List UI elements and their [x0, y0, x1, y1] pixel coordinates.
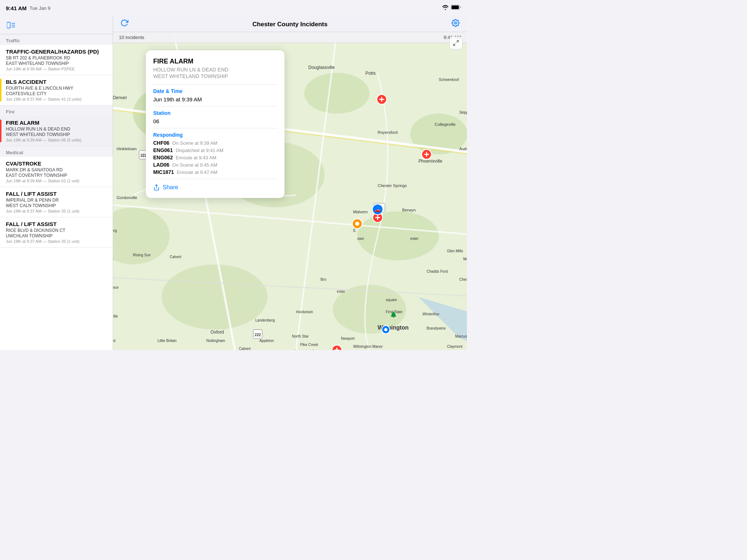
svg-text:222: 222 [255, 333, 261, 337]
share-label: Share [163, 184, 178, 191]
svg-text:Berwyn: Berwyn [402, 208, 415, 212]
incident-address: IMPERIAL DR & PENN DR [6, 198, 107, 203]
svg-point-101 [355, 222, 359, 226]
priority-bar-red [0, 120, 1, 142]
main-content: Chester County Incidents 9:41 AM 10 inci… [113, 0, 467, 350]
svg-text:Chester Heights: Chester Heights [459, 277, 467, 281]
incident-item[interactable]: TRAFFIC-GENERAL/HAZARDS (PD) SB RT 202 &… [0, 45, 113, 75]
incident-meta: Jun 19th at 9:37 AM — Station 35 (1 unit… [6, 239, 107, 244]
svg-text:North Star: North Star [292, 334, 309, 338]
map-area[interactable]: Denver Adamstown Birdsboro Douglassville… [113, 32, 467, 350]
incident-item[interactable]: FALL / LIFT ASSIST RICE BLVD & DICKINSON… [0, 217, 113, 248]
svg-text:own: own [357, 237, 364, 241]
popup-datetime-label: Date & Time [153, 88, 277, 94]
svg-text:🌲: 🌲 [390, 311, 397, 318]
section-header-fire: Fire [0, 105, 113, 116]
svg-text:ester: ester [337, 289, 345, 293]
incident-title: BLS ACCIDENT [6, 79, 107, 85]
popup-title: FIRE ALARM [153, 58, 277, 65]
popup-address: HOLLOW RUN LN & DEAD END [153, 67, 277, 73]
nav-title: Chester County Incidents [252, 21, 328, 28]
svg-text:Calvert: Calvert [239, 347, 251, 350]
responding-unit-row: CHF06On Scene at 9:39 AM [153, 140, 277, 146]
status-time: 9:41 AM [6, 5, 27, 11]
unit-name: LAD06 [153, 162, 169, 168]
svg-point-6 [454, 22, 457, 24]
popup-divider-1 [153, 84, 277, 85]
svg-text:Little Britain: Little Britain [158, 339, 177, 343]
incident-title: TRAFFIC-GENERAL/HAZARDS (PD) [6, 48, 107, 55]
svg-text:rasburg: rasburg [113, 229, 117, 233]
svg-text:Glen Mills: Glen Mills [447, 249, 463, 253]
svg-text:Pike Creek Valley: Pike Creek Valley [292, 349, 318, 350]
popup-station-label: Station [153, 110, 277, 116]
incident-township: EAST WHITELAND TOWNSHIP [6, 61, 107, 66]
incident-item[interactable]: FALL / LIFT ASSIST IMPERIAL DR & PENN DR… [0, 187, 113, 217]
incident-title: FALL / LIFT ASSIST [6, 221, 107, 227]
svg-text:Pike Creek: Pike Creek [300, 343, 318, 347]
svg-text:Wilmington Manor: Wilmington Manor [353, 345, 383, 349]
section-header-medical: Medical [0, 146, 113, 157]
svg-text:Audubon: Audubon [459, 147, 467, 151]
incident-title: CVA/STROKE [6, 160, 107, 167]
svg-text:Collegeville: Collegeville [435, 122, 456, 127]
svg-text:Chadds Ford: Chadds Ford [427, 269, 448, 273]
svg-text:Chester Springs: Chester Springs [378, 183, 407, 188]
incident-meta-fire: Jun 19th at 9:39 AM — Station 06 (5 unit… [6, 138, 107, 142]
svg-text:Winterthur: Winterthur [422, 312, 440, 316]
expand-map-button[interactable] [449, 36, 462, 50]
incident-township: WEST CALN TOWNSHIP [6, 203, 107, 208]
incident-township-fire: WEST WHITELAND TOWNSHIP [6, 132, 107, 137]
incident-item-selected[interactable]: FIRE ALARM HOLLOW RUN LN & DEAD END WEST… [0, 116, 113, 146]
svg-text:Calvert: Calvert [170, 255, 181, 259]
unit-name: ENG062 [153, 155, 173, 160]
svg-line-106 [453, 44, 455, 46]
svg-point-9 [304, 73, 369, 114]
svg-text:square: square [386, 298, 397, 302]
incident-address: RICE BLVD & DICKINSON CT [6, 228, 107, 233]
incident-item[interactable]: CVA/STROKE MARK DR & SANATOGA RD EAST CO… [0, 157, 113, 187]
incident-meta: Jun 19th at 9:39 AM — Station PSPEE [6, 67, 107, 71]
svg-text:Oxford: Oxford [210, 330, 224, 335]
svg-text:Hockessin: Hockessin [296, 310, 313, 314]
sidebar-header [0, 16, 113, 34]
svg-text:Claymont: Claymont [447, 345, 462, 349]
refresh-button[interactable] [120, 19, 128, 28]
sidebar: Traffic TRAFFIC-GENERAL/HAZARDS (PD) SB … [0, 16, 113, 350]
wifi-icon [442, 5, 449, 11]
settings-button[interactable] [452, 19, 460, 28]
unit-name: MIC1871 [153, 169, 174, 175]
incident-address: SB RT 202 & PLANEBROOK RD [6, 55, 107, 61]
incident-address: FOURTH AVE & E LINCOLN HWY [6, 86, 107, 91]
battery-icon [451, 5, 461, 11]
svg-point-11 [357, 211, 439, 260]
popup-datetime-value: Jun 19th at 9:39 AM [153, 96, 277, 102]
popup-station-value: 06 [153, 118, 277, 124]
incident-title-fire: FIRE ALARM [6, 120, 107, 126]
svg-text:Schwenksvil: Schwenksvil [439, 78, 459, 82]
svg-text:Rising Sun: Rising Sun [133, 253, 151, 257]
svg-text:Gordonville: Gordonville [117, 195, 137, 200]
responding-unit-row: MIC1871Enroute at 9:47 AM [153, 169, 277, 175]
section-header-traffic: Traffic [0, 34, 113, 45]
popup-divider-3 [153, 128, 277, 128]
svg-text:Quarryville: Quarryville [113, 314, 118, 318]
incident-meta: Jun 19th at 9:37 AM — Station 41 (3 unit… [6, 97, 107, 101]
svg-text:Royersford: Royersford [378, 130, 398, 135]
status-date: Tue Jan 9 [30, 5, 50, 11]
popup-township: WEST WHITELAND TOWNSHIP [153, 73, 277, 79]
incident-township: UWCHLAN TOWNSHIP [6, 233, 107, 238]
svg-text:ester: ester [410, 237, 419, 241]
unit-name: CHF06 [153, 140, 169, 146]
popup-share-button[interactable]: Share [153, 184, 178, 191]
sidebar-toggle-button[interactable] [5, 19, 17, 31]
popup-units: CHF06On Scene at 9:39 AMENG061Dispatched… [153, 140, 277, 175]
popup-divider-4 [153, 179, 277, 179]
incident-item[interactable]: BLS ACCIDENT FOURTH AVE & E LINCOLN HWY … [0, 75, 113, 105]
status-bar: 9:41 AM Tue Jan 9 [0, 0, 467, 16]
svg-text:Marcus Hook: Marcus Hook [455, 334, 467, 338]
responding-unit-row: ENG061Dispatched at 9:41 AM [153, 147, 277, 153]
incidents-bar: 10 incidents 9:41 AM [113, 32, 467, 43]
svg-point-14 [162, 264, 268, 330]
responding-unit-row: ENG062Enroute at 9:43 AM [153, 155, 277, 160]
